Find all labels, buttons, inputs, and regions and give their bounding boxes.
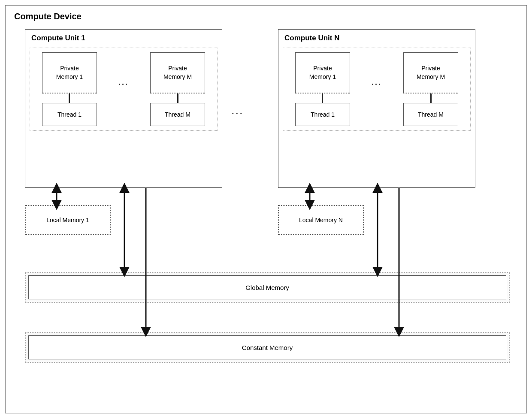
cu1-priv1-box: PrivateMemory 1 xyxy=(42,52,97,93)
cu1-pair1: PrivateMemory 1 Thread 1 xyxy=(42,52,97,126)
cu1-thread1-box: Thread 1 xyxy=(42,103,97,126)
cun-pairM: PrivateMemory M Thread M xyxy=(403,52,458,126)
cun-pair1: PrivateMemory 1 Thread 1 xyxy=(295,52,350,126)
cu1-privM-box: PrivateMemory M xyxy=(150,52,205,93)
local-mem-n: Local Memory N xyxy=(278,205,364,235)
cun-thread1-box: Thread 1 xyxy=(295,103,350,126)
cu1-dots: ... xyxy=(118,52,129,87)
local-mem-1: Local Memory 1 xyxy=(25,205,111,235)
cun-priv1-box: PrivateMemory 1 xyxy=(295,52,350,93)
cu1-threadM-box: Thread M xyxy=(150,103,205,126)
constant-memory-outer: Constant Memory xyxy=(25,332,510,363)
global-memory-box: Global Memory xyxy=(28,275,506,299)
cun-dots: ... xyxy=(372,52,382,87)
cun-title: Compute Unit N xyxy=(278,30,475,46)
compute-unit-n: Compute Unit N PrivateMemory 1 Thread 1 xyxy=(278,29,475,188)
cu1-pairM: PrivateMemory M Thread M xyxy=(150,52,205,126)
cun-threadM-box: Thread M xyxy=(403,103,458,126)
cun-privM-box: PrivateMemory M xyxy=(403,52,458,93)
global-memory-outer: Global Memory xyxy=(25,272,510,303)
cu1-title: Compute Unit 1 xyxy=(25,30,222,46)
compute-unit-1: Compute Unit 1 PrivateMemory 1 Thread 1 xyxy=(25,29,222,188)
constant-memory-box: Constant Memory xyxy=(28,335,506,359)
cu-middle-dots: ... xyxy=(232,106,244,116)
diagram-title: Compute Device xyxy=(6,6,526,25)
